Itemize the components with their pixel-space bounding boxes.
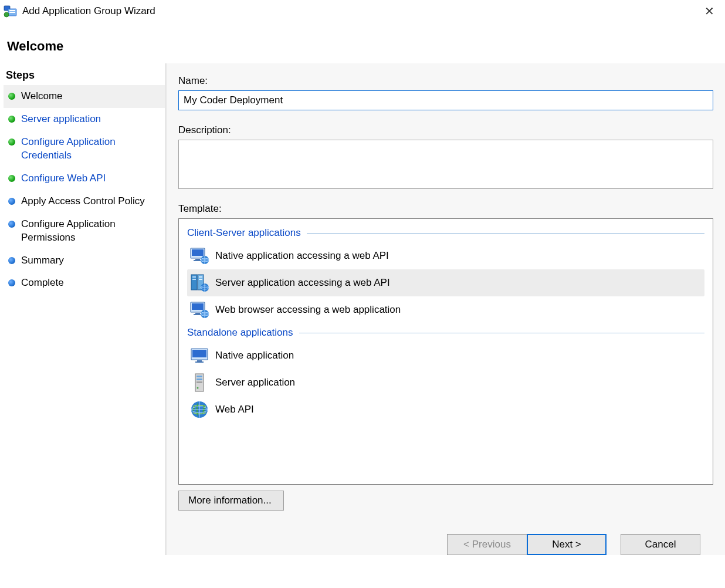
page-title: Welcome — [0, 22, 725, 63]
template-option-label: Web API — [215, 404, 254, 415]
step-item[interactable]: Apply Access Control Policy — [4, 190, 165, 213]
step-label: Complete — [21, 276, 64, 290]
step-bullet-icon — [8, 138, 15, 146]
description-label: Description: — [178, 124, 713, 136]
divider — [299, 333, 704, 333]
svg-rect-15 — [199, 276, 202, 278]
globe-icon — [189, 400, 209, 420]
template-option[interactable]: Native application — [187, 342, 704, 369]
step-item[interactable]: Server application — [4, 108, 165, 131]
steps-heading: Steps — [4, 67, 165, 85]
svg-rect-27 — [197, 360, 202, 361]
svg-rect-32 — [197, 381, 202, 383]
name-label: Name: — [178, 75, 713, 87]
svg-rect-3 — [9, 12, 15, 13]
step-label: Apply Access Control Policy — [21, 195, 145, 208]
step-label: Configure Web API — [21, 172, 106, 185]
template-option-label: Web browser accessing a web application — [215, 304, 401, 316]
monitor-globe-icon — [189, 246, 209, 266]
step-item[interactable]: Configure Application Permissions — [4, 213, 165, 249]
step-item[interactable]: Complete — [4, 272, 165, 295]
template-option-label: Native application accessing a web API — [215, 250, 389, 262]
titlebar: Add Application Group Wizard ✕ — [0, 0, 725, 22]
window-title: Add Application Group Wizard — [22, 5, 155, 17]
more-info-button[interactable]: More information... — [178, 491, 284, 511]
template-option[interactable]: Server application accessing a web API — [187, 269, 704, 296]
template-option-label: Server application — [215, 377, 295, 388]
svg-rect-14 — [192, 279, 196, 280]
step-bullet-icon — [8, 198, 15, 205]
step-label: Server application — [21, 113, 101, 126]
template-option[interactable]: Server application — [187, 369, 704, 396]
template-group-title: Client-Server applications — [187, 227, 301, 239]
template-label: Template: — [178, 203, 713, 215]
template-list: Client-Server applicationsNative applica… — [178, 218, 713, 485]
step-item[interactable]: Configure Application Credentials — [4, 131, 165, 167]
template-option-label: Server application accessing a web API — [215, 277, 390, 289]
svg-rect-16 — [199, 279, 202, 280]
step-bullet-icon — [8, 93, 15, 100]
template-group-header: Client-Server applications — [187, 227, 704, 239]
server-icon — [189, 373, 209, 393]
step-item[interactable]: Configure Web API — [4, 167, 165, 190]
svg-point-4 — [4, 12, 9, 17]
steps-panel: Steps WelcomeServer applicationConfigure… — [0, 63, 167, 555]
main-panel: Name: Description: Template: Client-Serv… — [167, 63, 725, 555]
name-input[interactable] — [178, 90, 713, 110]
step-bullet-icon — [8, 257, 15, 264]
template-group-header: Standalone applications — [187, 327, 704, 339]
previous-button: < Previous — [447, 534, 527, 555]
cancel-button[interactable]: Cancel — [621, 534, 700, 555]
step-bullet-icon — [8, 175, 15, 182]
monitor-globe-icon — [189, 300, 209, 320]
svg-rect-20 — [192, 303, 204, 310]
svg-rect-28 — [195, 361, 204, 363]
step-label: Configure Application Credentials — [21, 136, 161, 163]
template-group-title: Standalone applications — [187, 327, 293, 339]
svg-rect-2 — [9, 10, 15, 11]
svg-point-33 — [197, 387, 199, 389]
svg-rect-13 — [192, 276, 196, 278]
wizard-footer: < Previous Next > Cancel — [178, 525, 713, 555]
svg-rect-7 — [195, 259, 200, 260]
step-item[interactable]: Welcome — [4, 85, 165, 108]
step-bullet-icon — [8, 116, 15, 123]
step-label: Configure Application Permissions — [21, 218, 161, 245]
step-label: Welcome — [21, 90, 63, 103]
wizard-body: Steps WelcomeServer applicationConfigure… — [0, 63, 725, 555]
step-bullet-icon — [8, 279, 15, 286]
next-button[interactable]: Next > — [527, 534, 607, 555]
svg-rect-30 — [197, 376, 202, 377]
divider — [307, 233, 704, 234]
svg-rect-31 — [197, 379, 202, 380]
close-icon[interactable]: ✕ — [700, 4, 719, 18]
step-label: Summary — [21, 254, 64, 268]
app-group-icon — [4, 4, 18, 18]
template-option-label: Native application — [215, 350, 294, 361]
template-option[interactable]: Web browser accessing a web application — [187, 296, 704, 323]
template-option[interactable]: Native application accessing a web API — [187, 242, 704, 269]
svg-rect-6 — [192, 249, 204, 256]
svg-rect-21 — [195, 313, 200, 314]
step-bullet-icon — [8, 221, 15, 228]
svg-rect-26 — [192, 350, 206, 357]
step-item[interactable]: Summary — [4, 249, 165, 272]
template-option[interactable]: Web API — [187, 396, 704, 423]
server-globe-icon — [189, 273, 209, 293]
monitor-icon — [189, 346, 209, 366]
description-input[interactable] — [178, 140, 713, 189]
